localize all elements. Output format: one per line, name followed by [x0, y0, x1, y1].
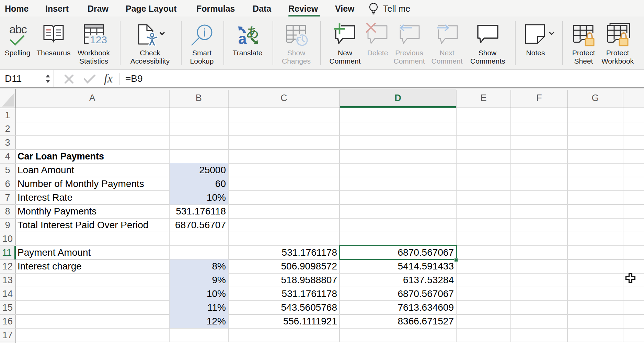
- svg-text:123: 123: [90, 34, 107, 45]
- svg-text:あ: あ: [246, 24, 259, 38]
- svg-text:a: a: [238, 30, 247, 45]
